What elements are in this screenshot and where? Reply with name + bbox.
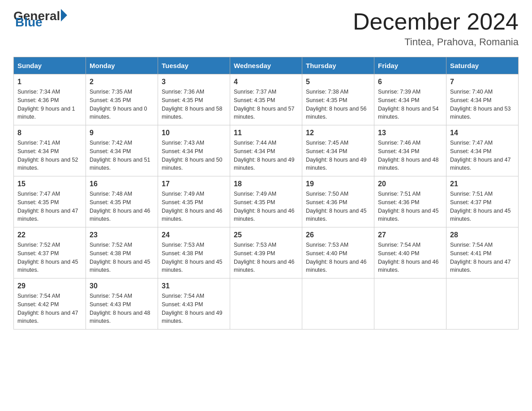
calendar-cell: 31 Sunrise: 7:54 AMSunset: 4:43 PMDaylig… (158, 278, 230, 330)
day-info: Sunrise: 7:42 AMSunset: 4:34 PMDaylight:… (90, 140, 150, 171)
calendar-cell: 27 Sunrise: 7:54 AMSunset: 4:40 PMDaylig… (374, 227, 446, 278)
day-number: 5 (306, 78, 370, 86)
calendar-table: SundayMondayTuesdayWednesdayThursdayFrid… (13, 57, 519, 330)
day-info: Sunrise: 7:50 AMSunset: 4:36 PMDaylight:… (306, 191, 367, 222)
page-header: General Blue December 2024 Tintea, Praho… (13, 9, 519, 48)
calendar-cell: 13 Sunrise: 7:46 AMSunset: 4:34 PMDaylig… (374, 125, 446, 176)
calendar-cell: 12 Sunrise: 7:45 AMSunset: 4:34 PMDaylig… (302, 125, 374, 176)
day-info: Sunrise: 7:51 AMSunset: 4:36 PMDaylight:… (378, 191, 439, 222)
calendar-cell: 30 Sunrise: 7:54 AMSunset: 4:43 PMDaylig… (86, 278, 158, 330)
calendar-cell: 14 Sunrise: 7:47 AMSunset: 4:34 PMDaylig… (446, 125, 519, 176)
day-number: 9 (90, 129, 154, 137)
day-info: Sunrise: 7:39 AMSunset: 4:34 PMDaylight:… (378, 89, 439, 120)
day-number: 15 (17, 180, 82, 188)
title-area: December 2024 Tintea, Prahova, Romania (353, 9, 519, 48)
calendar-cell: 5 Sunrise: 7:38 AMSunset: 4:35 PMDayligh… (302, 74, 374, 125)
calendar-cell: 6 Sunrise: 7:39 AMSunset: 4:34 PMDayligh… (374, 74, 446, 125)
day-number: 2 (90, 78, 154, 86)
day-info: Sunrise: 7:54 AMSunset: 4:41 PMDaylight:… (450, 242, 511, 273)
day-info: Sunrise: 7:53 AMSunset: 4:39 PMDaylight:… (234, 242, 295, 273)
calendar-cell: 28 Sunrise: 7:54 AMSunset: 4:41 PMDaylig… (446, 227, 519, 278)
calendar-cell (230, 278, 302, 330)
calendar-cell: 19 Sunrise: 7:50 AMSunset: 4:36 PMDaylig… (302, 176, 374, 227)
day-info: Sunrise: 7:49 AMSunset: 4:35 PMDaylight:… (162, 191, 223, 222)
logo-arrow-icon (61, 9, 67, 21)
week-row-4: 22 Sunrise: 7:52 AMSunset: 4:37 PMDaylig… (14, 227, 519, 278)
day-info: Sunrise: 7:47 AMSunset: 4:35 PMDaylight:… (17, 191, 78, 222)
day-number: 16 (90, 180, 154, 188)
week-row-1: 1 Sunrise: 7:34 AMSunset: 4:36 PMDayligh… (14, 74, 519, 125)
calendar-cell: 24 Sunrise: 7:53 AMSunset: 4:38 PMDaylig… (158, 227, 230, 278)
day-info: Sunrise: 7:47 AMSunset: 4:34 PMDaylight:… (450, 140, 511, 171)
day-number: 30 (90, 282, 154, 290)
day-number: 22 (17, 231, 82, 239)
calendar-cell: 10 Sunrise: 7:43 AMSunset: 4:34 PMDaylig… (158, 125, 230, 176)
day-number: 13 (378, 129, 442, 137)
calendar-cell: 1 Sunrise: 7:34 AMSunset: 4:36 PMDayligh… (14, 74, 86, 125)
day-info: Sunrise: 7:49 AMSunset: 4:35 PMDaylight:… (234, 191, 295, 222)
day-info: Sunrise: 7:52 AMSunset: 4:37 PMDaylight:… (17, 242, 78, 273)
day-number: 8 (17, 129, 82, 137)
day-number: 20 (378, 180, 442, 188)
day-info: Sunrise: 7:53 AMSunset: 4:38 PMDaylight:… (162, 242, 223, 273)
weekday-header-monday: Monday (86, 57, 158, 74)
day-number: 7 (450, 78, 515, 86)
day-info: Sunrise: 7:41 AMSunset: 4:34 PMDaylight:… (17, 140, 78, 171)
day-info: Sunrise: 7:54 AMSunset: 4:43 PMDaylight:… (162, 293, 223, 324)
day-number: 3 (162, 78, 226, 86)
calendar-cell: 8 Sunrise: 7:41 AMSunset: 4:34 PMDayligh… (14, 125, 86, 176)
day-number: 26 (306, 231, 370, 239)
month-title: December 2024 (353, 9, 519, 34)
week-row-2: 8 Sunrise: 7:41 AMSunset: 4:34 PMDayligh… (14, 125, 519, 176)
day-info: Sunrise: 7:51 AMSunset: 4:37 PMDaylight:… (450, 191, 511, 222)
day-number: 10 (162, 129, 226, 137)
day-number: 28 (450, 231, 515, 239)
calendar-cell: 2 Sunrise: 7:35 AMSunset: 4:35 PMDayligh… (86, 74, 158, 125)
day-number: 31 (162, 282, 226, 290)
logo-blue-text: Blue (15, 15, 43, 30)
day-number: 17 (162, 180, 226, 188)
day-number: 18 (234, 180, 298, 188)
weekday-header-row: SundayMondayTuesdayWednesdayThursdayFrid… (14, 57, 519, 74)
calendar-cell: 18 Sunrise: 7:49 AMSunset: 4:35 PMDaylig… (230, 176, 302, 227)
calendar-cell: 11 Sunrise: 7:44 AMSunset: 4:34 PMDaylig… (230, 125, 302, 176)
calendar-cell: 21 Sunrise: 7:51 AMSunset: 4:37 PMDaylig… (446, 176, 519, 227)
day-info: Sunrise: 7:52 AMSunset: 4:38 PMDaylight:… (90, 242, 150, 273)
calendar-cell: 25 Sunrise: 7:53 AMSunset: 4:39 PMDaylig… (230, 227, 302, 278)
weekday-header-saturday: Saturday (446, 57, 519, 74)
day-info: Sunrise: 7:38 AMSunset: 4:35 PMDaylight:… (306, 89, 367, 120)
calendar-cell: 4 Sunrise: 7:37 AMSunset: 4:35 PMDayligh… (230, 74, 302, 125)
weekday-header-friday: Friday (374, 57, 446, 74)
calendar-cell: 23 Sunrise: 7:52 AMSunset: 4:38 PMDaylig… (86, 227, 158, 278)
day-number: 12 (306, 129, 370, 137)
day-info: Sunrise: 7:40 AMSunset: 4:34 PMDaylight:… (450, 89, 511, 120)
day-info: Sunrise: 7:37 AMSunset: 4:35 PMDaylight:… (234, 89, 295, 120)
calendar-cell: 20 Sunrise: 7:51 AMSunset: 4:36 PMDaylig… (374, 176, 446, 227)
day-number: 14 (450, 129, 515, 137)
day-number: 1 (17, 78, 82, 86)
calendar-cell: 26 Sunrise: 7:53 AMSunset: 4:40 PMDaylig… (302, 227, 374, 278)
day-number: 27 (378, 231, 442, 239)
calendar-cell: 7 Sunrise: 7:40 AMSunset: 4:34 PMDayligh… (446, 74, 519, 125)
day-info: Sunrise: 7:34 AMSunset: 4:36 PMDaylight:… (17, 89, 75, 120)
day-number: 4 (234, 78, 298, 86)
day-number: 29 (17, 282, 82, 290)
weekday-header-sunday: Sunday (14, 57, 86, 74)
day-info: Sunrise: 7:46 AMSunset: 4:34 PMDaylight:… (378, 140, 439, 171)
day-info: Sunrise: 7:54 AMSunset: 4:43 PMDaylight:… (90, 293, 150, 324)
day-number: 6 (378, 78, 442, 86)
day-info: Sunrise: 7:36 AMSunset: 4:35 PMDaylight:… (162, 89, 223, 120)
calendar-cell: 15 Sunrise: 7:47 AMSunset: 4:35 PMDaylig… (14, 176, 86, 227)
day-info: Sunrise: 7:53 AMSunset: 4:40 PMDaylight:… (306, 242, 367, 273)
calendar-cell: 9 Sunrise: 7:42 AMSunset: 4:34 PMDayligh… (86, 125, 158, 176)
day-info: Sunrise: 7:44 AMSunset: 4:34 PMDaylight:… (234, 140, 295, 171)
day-info: Sunrise: 7:45 AMSunset: 4:34 PMDaylight:… (306, 140, 367, 171)
weekday-header-tuesday: Tuesday (158, 57, 230, 74)
day-number: 23 (90, 231, 154, 239)
calendar-cell (302, 278, 374, 330)
day-info: Sunrise: 7:35 AMSunset: 4:35 PMDaylight:… (90, 89, 147, 120)
calendar-cell (374, 278, 446, 330)
calendar-cell: 29 Sunrise: 7:54 AMSunset: 4:42 PMDaylig… (14, 278, 86, 330)
calendar-cell: 3 Sunrise: 7:36 AMSunset: 4:35 PMDayligh… (158, 74, 230, 125)
day-number: 21 (450, 180, 515, 188)
